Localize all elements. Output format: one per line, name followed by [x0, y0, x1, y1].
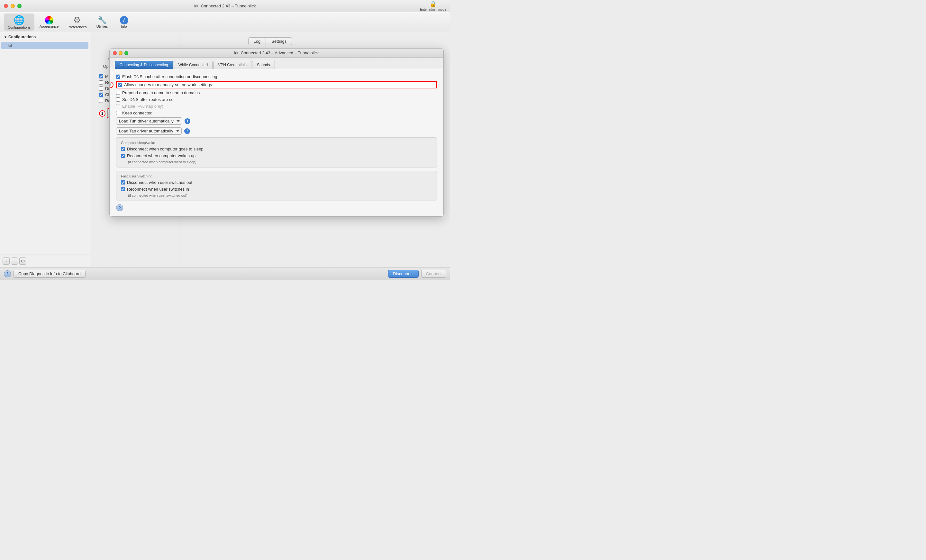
tap-driver-info-button[interactable]: i: [184, 128, 190, 134]
dialog-close-button[interactable]: [113, 51, 117, 55]
utilities-icon: 🔧: [98, 16, 106, 24]
set-dns-row: Set DNS after routes are set: [116, 97, 437, 102]
minimize-button[interactable]: [11, 4, 15, 8]
disconnect-button[interactable]: Disconnect: [388, 270, 418, 278]
route-ipv4-checkbox[interactable]: [99, 80, 103, 85]
sleep-wake-section: Computer sleep/wake Disconnect when comp…: [116, 137, 437, 168]
set-dns-checkbox[interactable]: [116, 97, 120, 101]
reconnect-switch-in-label: Reconnect when user switches in: [127, 187, 189, 192]
monitor-network-checkbox[interactable]: [99, 74, 103, 79]
sidebar-item-kit[interactable]: kit: [1, 42, 88, 49]
triangle-icon: ▼: [4, 35, 7, 39]
copy-diagnostic-button[interactable]: Copy Diagnostic Info to Clipboard: [14, 270, 86, 278]
titlebar-buttons: [4, 4, 21, 8]
tab-sounds-label: Sounds: [257, 63, 270, 67]
toolbar: 🌐 Configurations Appearance ⚙ Preference…: [0, 12, 450, 32]
fast-user-switching-section: Fast User Switching Disconnect when user…: [116, 171, 437, 201]
disconnect-sleep-checkbox[interactable]: [121, 147, 125, 151]
dialog-tabs: Connecting & Disconnecting While Connect…: [110, 58, 443, 69]
main-layout: ▼ Configurations kit + − ⚙ Log Settings …: [0, 32, 450, 267]
dialog-titlebar-buttons: [113, 51, 128, 55]
admin-mode-button[interactable]: 🔒 Enter admin mode: [420, 1, 446, 11]
keep-connected-checkbox[interactable]: [116, 111, 120, 115]
toolbar-info[interactable]: i Info: [114, 15, 135, 30]
dialog-titlebar: kit: Connected 2:43 – Advanced – Tunnelb…: [110, 48, 443, 58]
tab-connecting-disconnecting[interactable]: Connecting & Disconnecting: [115, 61, 173, 69]
disconnect-switch-out-row: Disconnect when user switches out: [121, 180, 432, 185]
flush-dns-row: Flush DNS cache after connecting or disc…: [116, 74, 437, 79]
step2-badge: 2: [109, 82, 113, 88]
toolbar-configurations-label: Configurations: [8, 26, 30, 29]
reconnect-wake-label: Reconnect when computer wakes up: [127, 153, 195, 158]
allow-changes-wrapper: 2 Allow changes to manually-set network …: [116, 81, 437, 88]
sidebar-header: ▼ Configurations: [0, 32, 90, 42]
tab-while-connected-label: While Connected: [179, 63, 208, 67]
toolbar-configurations[interactable]: 🌐 Configurations: [4, 14, 35, 30]
window-title: kit: Connected 2:43 – Tunnelblick: [194, 3, 256, 8]
enable-ipv6-row: Enable IPv6 (tap only): [116, 104, 437, 109]
sleep-wake-label: Computer sleep/wake: [121, 141, 432, 145]
info-icon: i: [120, 16, 128, 24]
toolbar-info-label: Info: [121, 24, 127, 28]
toolbar-utilities-label: Utilities: [97, 24, 108, 28]
prepend-domain-checkbox[interactable]: [116, 91, 120, 95]
close-button[interactable]: [4, 4, 8, 8]
tab-vpn-credentials-label: VPN Credentials: [218, 63, 247, 67]
toolbar-utilities[interactable]: 🔧 Utilities: [92, 15, 112, 30]
allow-changes-checkbox[interactable]: [118, 83, 122, 87]
disconnect-sleep-label: Disconnect when computer goes to sleep: [127, 147, 204, 151]
sidebar-empty-space: [0, 49, 90, 254]
connect-button[interactable]: Connect: [421, 270, 446, 278]
globe-icon: 🌐: [14, 15, 25, 26]
reconnect-switch-in-checkbox[interactable]: [121, 187, 125, 191]
enable-ipv6-label: Enable IPv6 (tap only): [122, 104, 163, 109]
gear-icon: ⚙: [73, 15, 81, 25]
dialog-content: Flush DNS cache after connecting or disc…: [110, 69, 443, 216]
flush-dns-checkbox[interactable]: [116, 74, 120, 79]
sidebar-item-label: kit: [8, 43, 12, 48]
tun-driver-select[interactable]: Load Tun driver automatically: [116, 117, 182, 125]
disable-ipv6-checkbox[interactable]: [99, 86, 103, 91]
set-dns-label: Set DNS after routes are set: [122, 97, 175, 102]
add-config-button[interactable]: +: [3, 257, 10, 265]
reconnect-wake-checkbox[interactable]: [121, 154, 125, 158]
tab-vpn-credentials[interactable]: VPN Credentials: [213, 61, 251, 69]
config-settings-button[interactable]: ⚙: [19, 257, 26, 265]
remove-config-button[interactable]: −: [11, 257, 18, 265]
dialog-maximize-button[interactable]: [124, 51, 128, 55]
maximize-button[interactable]: [17, 4, 21, 8]
allow-changes-row: Allow changes to manually-set network se…: [116, 81, 437, 88]
tap-driver-select[interactable]: Load Tap driver automatically: [116, 127, 182, 135]
keep-connected-row: Keep connected: [116, 110, 437, 115]
dialog-title: kit: Connected 2:43 – Advanced – Tunnelb…: [234, 50, 319, 55]
toolbar-preferences[interactable]: ⚙ Preferences: [64, 14, 90, 30]
tun-driver-info-button[interactable]: i: [185, 118, 190, 124]
tap-driver-row: Load Tap driver automatically i: [116, 127, 437, 135]
disconnect-switch-out-checkbox[interactable]: [121, 180, 125, 185]
toolbar-preferences-label: Preferences: [68, 25, 86, 29]
settings-tab[interactable]: Settings: [266, 37, 292, 45]
prepend-domain-label: Prepend domain name to search domains: [122, 90, 200, 95]
tab-sounds[interactable]: Sounds: [252, 61, 275, 69]
dialog-help-button[interactable]: ?: [116, 204, 123, 211]
check-app-checkbox[interactable]: [99, 92, 103, 97]
log-tab[interactable]: Log: [248, 37, 266, 45]
prepend-domain-row: Prepend domain name to search domains: [116, 90, 437, 95]
dialog-minimize-button[interactable]: [119, 51, 123, 55]
tab-while-connected[interactable]: While Connected: [174, 61, 213, 69]
bottom-bar: ? Copy Diagnostic Info to Clipboard Disc…: [0, 267, 450, 280]
tab-connecting-label: Connecting & Disconnecting: [120, 63, 168, 67]
toolbar-appearance[interactable]: Appearance: [36, 15, 62, 30]
sidebar-footer: + − ⚙: [0, 254, 90, 267]
top-tabs: Log Settings: [95, 37, 445, 45]
bottom-help-button[interactable]: ?: [4, 270, 11, 277]
reconnect-wake-row: Reconnect when computer wakes up: [121, 153, 432, 158]
disconnect-switch-out-label: Disconnect when user switches out: [127, 180, 192, 185]
lock-icon: 🔒: [430, 1, 437, 8]
reset-primary-checkbox[interactable]: [99, 99, 103, 103]
sidebar: ▼ Configurations kit + − ⚙: [0, 32, 90, 267]
reconnect-wake-note: (if connected when computer went to slee…: [121, 160, 432, 164]
tun-driver-row: Load Tun driver automatically i: [116, 117, 437, 125]
titlebar: kit: Connected 2:43 – Tunnelblick 🔒 Ente…: [0, 0, 450, 12]
disconnect-sleep-row: Disconnect when computer goes to sleep: [121, 147, 432, 151]
